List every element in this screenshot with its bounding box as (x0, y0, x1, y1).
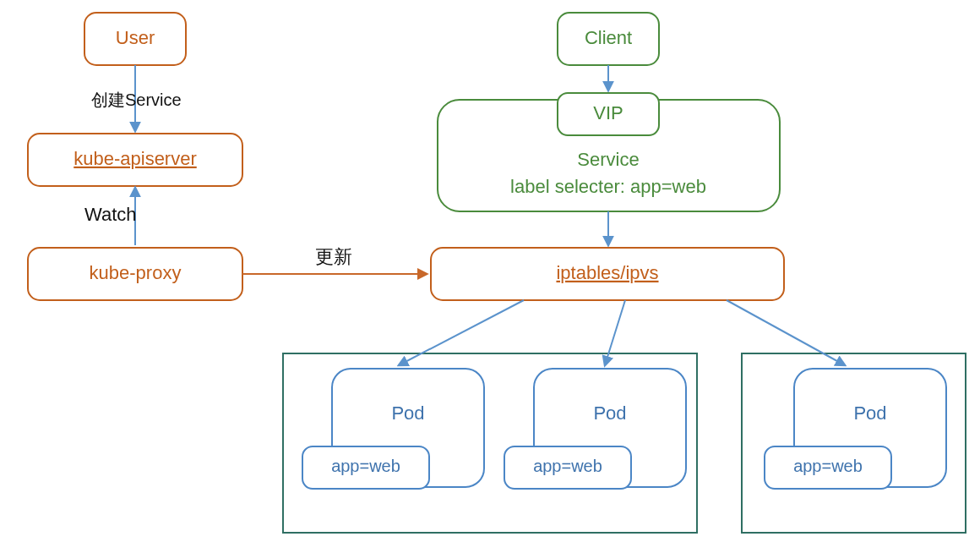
node-service-line1: Service (577, 149, 639, 170)
pod-2-label: app=web (533, 457, 602, 475)
pod-1-title: Pod (391, 402, 424, 424)
node-kube-proxy-label: kube-proxy (90, 262, 182, 283)
pod-3-label: app=web (793, 457, 863, 475)
edge-watch-label: Watch (84, 204, 137, 225)
edge-update-label: 更新 (315, 246, 352, 267)
edge-create-service-label: 创建Service (91, 90, 182, 109)
node-client-label: Client (585, 27, 632, 48)
diagram-canvas: User 创建Service kube-apiserver Watch kube… (0, 0, 980, 553)
node-vip-label: VIP (593, 102, 623, 123)
pod-3-title: Pod (853, 402, 886, 424)
node-kube-apiserver-label: kube-apiserver (74, 148, 197, 169)
node-service-line2: label selecter: app=web (510, 176, 706, 197)
node-iptables-label: iptables/ipvs (556, 262, 658, 283)
pod-1-label: app=web (331, 457, 400, 475)
node-user-label: User (116, 27, 155, 48)
pod-2-title: Pod (593, 402, 626, 424)
